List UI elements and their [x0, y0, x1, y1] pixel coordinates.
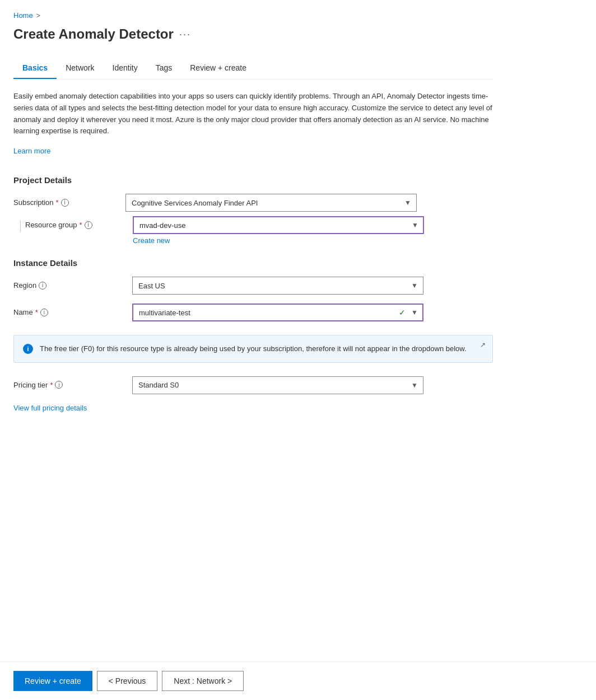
subscription-label: Subscription * i — [13, 194, 125, 207]
footer: Review + create < Previous Next : Networ… — [0, 661, 596, 700]
breadcrumb: Home > — [13, 11, 493, 20]
subscription-row: Subscription * i Cognitive Services Anom… — [13, 194, 493, 212]
subscription-info-icon[interactable]: i — [61, 199, 69, 207]
page-title-row: Create Anomaly Detector ··· — [13, 26, 493, 42]
page-description: Easily embed anomaly detection capabilit… — [13, 91, 493, 137]
page-title: Create Anomaly Detector — [13, 26, 174, 42]
name-label: Name * i — [13, 304, 125, 316]
name-row: Name * i ▼ — [13, 304, 493, 321]
region-info-icon[interactable]: i — [39, 282, 46, 290]
subscription-required: * — [56, 198, 59, 207]
instance-details-heading: Instance Details — [13, 258, 493, 268]
region-control: East US ▼ — [132, 277, 423, 295]
pricing-required: * — [50, 381, 53, 389]
subscription-control: Cognitive Services Anomaly Finder API ▼ — [125, 194, 417, 212]
pricing-tier-row: Pricing tier * i Standard S0 ▼ — [13, 376, 493, 394]
tab-identity[interactable]: Identity — [104, 58, 147, 79]
learn-more-link[interactable]: Learn more — [13, 147, 50, 155]
resource-group-info-icon[interactable]: i — [85, 221, 92, 229]
subscription-dropdown[interactable]: Cognitive Services Anomaly Finder API — [125, 194, 417, 212]
pricing-tier-control: Standard S0 ▼ — [132, 376, 423, 394]
info-banner: i The free tier (F0) for this resource t… — [13, 335, 493, 363]
name-input[interactable] — [132, 304, 423, 321]
project-details-heading: Project Details — [13, 175, 493, 185]
tab-basics[interactable]: Basics — [13, 58, 57, 79]
region-dropdown[interactable]: East US — [132, 277, 423, 295]
region-row: Region i East US ▼ — [13, 277, 493, 295]
more-options-icon[interactable]: ··· — [179, 29, 191, 40]
review-create-button[interactable]: Review + create — [13, 671, 92, 691]
region-dropdown-wrapper: East US ▼ — [132, 277, 423, 295]
name-input-wrapper: ▼ — [132, 304, 423, 321]
tab-network[interactable]: Network — [57, 58, 103, 79]
info-banner-text: The free tier (F0) for this resource typ… — [40, 343, 467, 354]
instance-details-section: Instance Details Region i East US ▼ Name… — [13, 258, 493, 321]
pricing-info-icon[interactable]: i — [55, 381, 63, 389]
previous-button[interactable]: < Previous — [97, 671, 158, 691]
resource-group-dropdown[interactable]: mvad-dev-use — [133, 216, 424, 234]
view-full-pricing-link[interactable]: View full pricing details — [13, 404, 87, 412]
subscription-dropdown-wrapper: Cognitive Services Anomaly Finder API ▼ — [125, 194, 417, 212]
external-link-icon[interactable]: ↗ — [480, 341, 486, 349]
name-control: ▼ — [132, 304, 423, 321]
pricing-tier-label: Pricing tier * i — [13, 376, 125, 389]
resource-group-control: mvad-dev-use ▼ Create new — [133, 216, 424, 245]
breadcrumb-home[interactable]: Home — [13, 11, 33, 20]
tab-bar: Basics Network Identity Tags Review + cr… — [13, 58, 493, 80]
resource-group-label: Resource group * i — [25, 218, 126, 229]
pricing-dropdown-wrapper: Standard S0 ▼ — [132, 376, 423, 394]
region-label: Region i — [13, 277, 125, 290]
breadcrumb-separator: > — [36, 12, 40, 20]
create-new-link[interactable]: Create new — [133, 236, 170, 245]
next-network-button[interactable]: Next : Network > — [162, 671, 244, 691]
name-required: * — [35, 308, 38, 316]
pricing-dropdown[interactable]: Standard S0 — [132, 376, 423, 394]
info-banner-icon: i — [23, 344, 33, 354]
name-info-icon[interactable]: i — [40, 309, 48, 316]
pricing-section: Pricing tier * i Standard S0 ▼ View full… — [13, 376, 493, 428]
resource-group-dropdown-wrapper: mvad-dev-use ▼ — [133, 216, 424, 234]
resource-group-required: * — [80, 221, 82, 229]
tab-review-create[interactable]: Review + create — [181, 58, 255, 79]
tab-tags[interactable]: Tags — [147, 58, 181, 79]
